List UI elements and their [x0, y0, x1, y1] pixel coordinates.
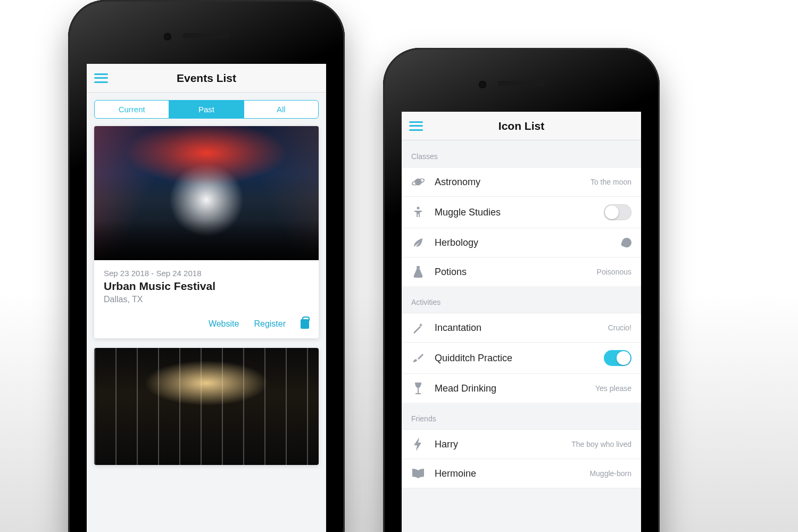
toggle-quidditch[interactable]: [604, 350, 631, 366]
phone-camera: [164, 33, 171, 40]
wand-icon: [411, 321, 425, 335]
iconlist-navbar: Icon List: [402, 112, 641, 140]
row-hermoine[interactable]: Hermoine Muggle-born: [402, 459, 641, 488]
event-location: Dallas, TX: [104, 295, 309, 304]
person-icon: [411, 205, 425, 219]
events-tabs: Current Past All: [94, 100, 319, 119]
iconlist-title: Icon List: [498, 120, 544, 132]
row-label: Incantation: [435, 322, 598, 334]
leaf-icon: [411, 236, 425, 250]
tab-current[interactable]: Current: [95, 101, 169, 118]
section-friends: Friends: [402, 403, 641, 429]
event-card-urban-music[interactable]: Sep 23 2018 - Sep 24 2018 Urban Music Fe…: [94, 126, 319, 338]
row-label: Astronomy: [435, 177, 581, 188]
phone-earpiece: [182, 33, 230, 38]
event-date: Sep 23 2018 - Sep 24 2018: [104, 269, 309, 278]
bolt-icon: [411, 437, 425, 451]
phone-camera: [479, 81, 486, 88]
event-card-image: [94, 126, 319, 260]
row-mead[interactable]: Mead Drinking Yes please: [402, 373, 641, 403]
row-muggle-studies[interactable]: Muggle Studies: [402, 196, 641, 228]
row-label: Hermoine: [435, 468, 580, 479]
row-label: Herbology: [435, 237, 612, 248]
rose-icon: [620, 236, 633, 248]
event-card-body: Sep 23 2018 - Sep 24 2018 Urban Music Fe…: [94, 260, 319, 309]
section-activities: Activities: [402, 286, 641, 313]
website-link[interactable]: Website: [209, 319, 239, 329]
row-trail: The boy who lived: [571, 440, 631, 448]
section-classes: Classes: [402, 140, 641, 167]
menu-icon[interactable]: [409, 121, 423, 131]
row-trail: To the moon: [591, 178, 631, 186]
row-incantation[interactable]: Incantation Crucio!: [402, 313, 641, 342]
tab-all[interactable]: All: [244, 101, 318, 118]
event-card-2[interactable]: [94, 348, 319, 465]
row-trail: Yes please: [595, 384, 631, 393]
row-astronomy[interactable]: Astronomy To the moon: [402, 167, 641, 196]
iconlist-screen: Icon List Classes Astronomy To the moon …: [402, 112, 641, 532]
register-link[interactable]: Register: [254, 319, 286, 329]
row-potions[interactable]: Potions Poisonous: [402, 257, 641, 286]
row-label: Harry: [435, 439, 562, 450]
phone-frame-iconlist: Icon List Classes Astronomy To the moon …: [383, 48, 660, 532]
events-screen: Events List Current Past All Sep 23 2018…: [87, 64, 326, 532]
event-title: Urban Music Festival: [104, 280, 309, 293]
event-card-2-image: [94, 348, 319, 465]
row-harry[interactable]: Harry The boy who lived: [402, 429, 641, 459]
row-trail: Crucio!: [608, 323, 631, 332]
wine-glass-icon: [411, 381, 425, 395]
shopping-bag-icon[interactable]: [301, 319, 309, 329]
phone-earpiece: [497, 81, 545, 86]
phone-frame-events: Events List Current Past All Sep 23 2018…: [68, 0, 345, 532]
row-label: Quidditch Practice: [435, 353, 594, 364]
svg-point-2: [417, 207, 420, 210]
tab-past[interactable]: Past: [169, 101, 244, 118]
flask-icon: [411, 265, 425, 279]
events-navbar: Events List: [87, 64, 326, 93]
row-herbology[interactable]: Herbology: [402, 228, 641, 257]
events-title: Events List: [177, 72, 236, 85]
planet-icon: [411, 175, 425, 189]
menu-icon[interactable]: [94, 73, 108, 83]
toggle-muggle[interactable]: [604, 204, 631, 220]
row-quidditch[interactable]: Quidditch Practice: [402, 342, 641, 373]
row-trail: Muggle-born: [589, 469, 631, 478]
row-label: Muggle Studies: [435, 207, 594, 218]
row-trail: Poisonous: [597, 268, 631, 276]
row-label: Mead Drinking: [435, 383, 586, 394]
event-card-actions: Website Register: [94, 309, 319, 338]
row-label: Potions: [435, 267, 587, 278]
brush-icon: [411, 351, 425, 365]
book-icon: [411, 467, 425, 480]
